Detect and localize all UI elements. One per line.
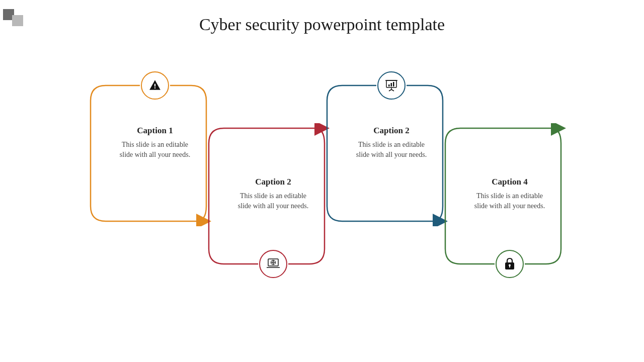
laptop-globe-icon bbox=[266, 258, 280, 270]
svg-rect-2 bbox=[154, 87, 155, 88]
svg-marker-17 bbox=[551, 123, 566, 136]
card-3-body: This slide is an editable slide with all… bbox=[351, 140, 432, 160]
card-4-icon-circle bbox=[496, 250, 524, 278]
svg-rect-15 bbox=[391, 83, 392, 86]
svg-rect-16 bbox=[393, 82, 394, 86]
card-3-icon-circle bbox=[377, 71, 406, 100]
card-2-icon-circle bbox=[259, 250, 287, 278]
card-4-caption: Caption 4 bbox=[469, 177, 550, 187]
card-3-text: Caption 2 This slide is an editable slid… bbox=[351, 126, 432, 160]
card-1-text: Caption 1 This slide is an editable slid… bbox=[115, 126, 195, 160]
card-2-text: Caption 2 This slide is an editable slid… bbox=[233, 177, 313, 212]
page-title: Cyber security powerpoint template bbox=[0, 15, 644, 34]
card-1-icon-circle bbox=[141, 71, 169, 100]
card-2-caption: Caption 2 bbox=[233, 177, 313, 187]
svg-rect-1 bbox=[154, 84, 155, 86]
card-4-body: This slide is an editable slide with all… bbox=[469, 191, 550, 212]
svg-line-12 bbox=[389, 89, 391, 91]
diagram-stage: Caption 1 This slide is an editable slid… bbox=[0, 65, 644, 347]
svg-rect-20 bbox=[509, 265, 510, 267]
card-4-text: Caption 4 This slide is an editable slid… bbox=[469, 177, 550, 212]
svg-line-13 bbox=[391, 89, 394, 91]
warning-icon bbox=[148, 79, 162, 92]
card-1-caption: Caption 1 bbox=[115, 126, 195, 136]
lock-icon bbox=[504, 257, 515, 270]
svg-rect-14 bbox=[388, 84, 390, 86]
presentation-chart-icon bbox=[385, 79, 398, 92]
card-2-body: This slide is an editable slide with all… bbox=[233, 191, 313, 212]
card-3-caption: Caption 2 bbox=[351, 126, 432, 136]
card-1-body: This slide is an editable slide with all… bbox=[115, 140, 195, 160]
